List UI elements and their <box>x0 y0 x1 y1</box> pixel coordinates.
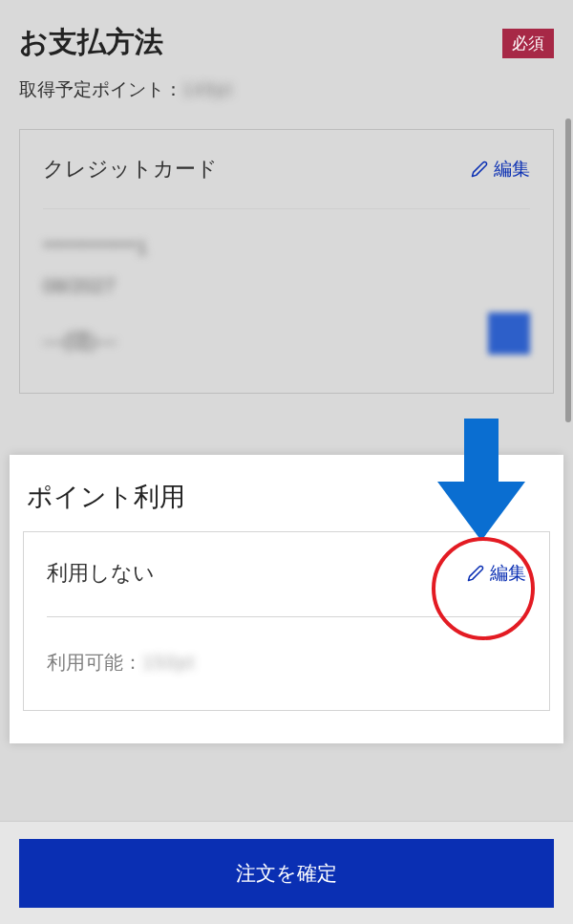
card-brand-icon <box>488 312 530 355</box>
points-status: 利用しない <box>47 559 155 588</box>
credit-card-card: クレジットカード 編集 ************1 08/2027 —(隠)— <box>19 129 554 394</box>
points-section-title: ポイント利用 <box>23 480 550 514</box>
points-preview-label: 取得予定ポイント： <box>19 77 182 102</box>
edit-points-label: 編集 <box>490 561 526 586</box>
points-available-label: 利用可能： <box>47 650 142 676</box>
points-usage-panel: ポイント利用 利用しない 編集 利用可能： 150pt <box>10 455 563 743</box>
credit-card-title: クレジットカード <box>43 155 218 183</box>
bottom-bar: 注文を確定 <box>0 821 573 924</box>
edit-points-button[interactable]: 編集 <box>467 561 526 586</box>
card-number-masked: ************1 <box>43 236 530 259</box>
edit-card-label: 編集 <box>494 157 530 182</box>
confirm-order-button[interactable]: 注文を確定 <box>19 839 554 908</box>
payment-method-section: お支払方法 必須 取得予定ポイント： 149pt クレジットカード 編集 <box>0 0 573 394</box>
card-holder: —(隠)— <box>43 328 117 355</box>
edit-card-button[interactable]: 編集 <box>471 157 530 182</box>
page-title: お支払方法 <box>19 23 163 62</box>
pencil-icon <box>467 565 484 582</box>
required-badge: 必須 <box>502 29 554 58</box>
card-expiry: 08/2027 <box>43 274 530 297</box>
points-preview-value: 149pt <box>182 79 233 100</box>
points-box: 利用しない 編集 利用可能： 150pt <box>23 531 550 711</box>
points-available-value: 150pt <box>142 652 195 674</box>
scrollbar-thumb[interactable] <box>565 118 571 422</box>
pencil-icon <box>471 161 488 178</box>
